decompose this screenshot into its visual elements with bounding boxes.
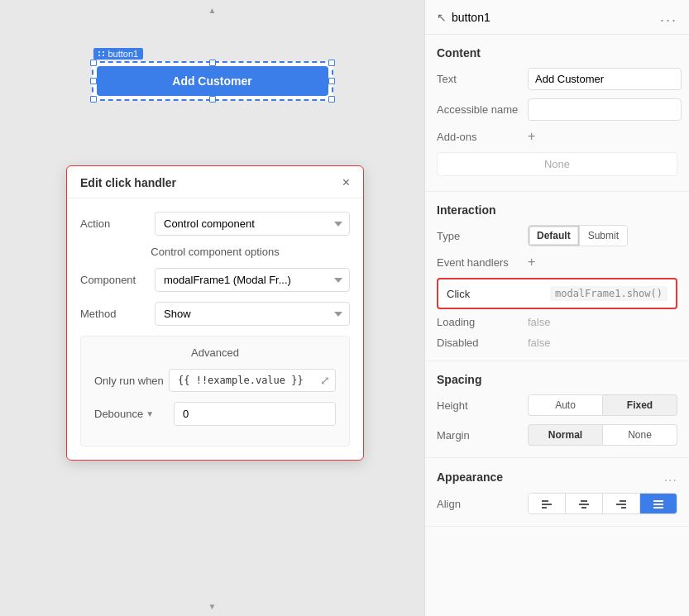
margin-row: Margin Normal None bbox=[437, 424, 677, 446]
event-type-label: Click bbox=[447, 288, 470, 300]
scroll-up-arrow[interactable]: ▲ bbox=[206, 3, 219, 17]
text-label: Text bbox=[437, 73, 528, 85]
svg-rect-8 bbox=[621, 507, 626, 509]
svg-rect-5 bbox=[581, 507, 586, 509]
height-btn-group: Auto Fixed bbox=[528, 394, 677, 416]
spacing-section: Spacing Height Auto Fixed Margin Normal … bbox=[425, 361, 689, 458]
content-section: Content Text Accessible name Add-ons + N… bbox=[425, 35, 689, 192]
addons-plus[interactable]: + bbox=[528, 129, 535, 144]
margin-label: Margin bbox=[437, 429, 528, 442]
svg-rect-3 bbox=[581, 500, 587, 502]
svg-rect-4 bbox=[579, 504, 589, 505]
align-center-button[interactable] bbox=[566, 494, 603, 513]
svg-rect-1 bbox=[542, 504, 552, 505]
component-options-title: Control component options bbox=[80, 246, 350, 258]
align-btn-group bbox=[528, 493, 677, 514]
svg-rect-0 bbox=[542, 500, 548, 502]
type-default-button[interactable]: Default bbox=[529, 226, 580, 246]
modal-body: Action Control component Control compone… bbox=[67, 198, 363, 460]
align-right-button[interactable] bbox=[603, 494, 640, 513]
handle-tl[interactable] bbox=[90, 60, 97, 66]
event-code-value: modalFrame1.show() bbox=[550, 286, 667, 301]
align-row: Align bbox=[437, 493, 677, 514]
advanced-title: Advanced bbox=[94, 346, 336, 359]
spacing-section-title: Spacing bbox=[437, 373, 677, 386]
event-handlers-plus[interactable]: + bbox=[528, 255, 535, 270]
svg-rect-7 bbox=[616, 504, 626, 505]
loading-row: Loading false bbox=[437, 316, 677, 328]
scroll-top: ▲ bbox=[0, 0, 424, 20]
handle-bm[interactable] bbox=[209, 96, 216, 103]
align-label: Align bbox=[437, 498, 528, 510]
modal-close-button[interactable]: × bbox=[342, 176, 350, 189]
debounce-input[interactable] bbox=[174, 402, 336, 426]
appearance-section-title: Appearance bbox=[437, 470, 503, 484]
align-left-icon bbox=[541, 498, 553, 509]
button-widget: button1 Add Customer bbox=[92, 61, 333, 101]
scroll-down-arrow[interactable]: ▼ bbox=[206, 599, 219, 613]
type-row: Type Default Submit bbox=[437, 225, 677, 246]
component-row: Component modalFrame1 (Modal Fr...) bbox=[80, 268, 350, 292]
panel-header: ↖ button1 ... bbox=[425, 0, 689, 35]
modal-header: Edit click handler × bbox=[67, 166, 363, 198]
handle-br[interactable] bbox=[328, 96, 335, 103]
margin-none-button[interactable]: None bbox=[603, 424, 677, 446]
addons-none-placeholder: None bbox=[544, 158, 570, 170]
only-run-row: Only run when ⤢ bbox=[94, 369, 336, 392]
event-handlers-row: Event handlers + bbox=[437, 255, 677, 270]
action-label: Action bbox=[80, 217, 155, 230]
content-section-title: Content bbox=[437, 46, 677, 60]
right-panel: ↖ button1 ... Content Text Accessible na… bbox=[424, 0, 689, 616]
margin-normal-button[interactable]: Normal bbox=[528, 424, 603, 446]
only-run-label: Only run when bbox=[94, 375, 169, 387]
interaction-section-title: Interaction bbox=[437, 203, 677, 217]
align-stretch-icon bbox=[653, 498, 664, 509]
add-customer-button[interactable]: Add Customer bbox=[97, 66, 328, 96]
click-event-handler[interactable]: Click modalFrame1.show() bbox=[437, 278, 677, 309]
svg-rect-11 bbox=[653, 507, 663, 509]
height-row: Height Auto Fixed bbox=[437, 394, 677, 416]
edit-click-handler-modal: Edit click handler × Action Control comp… bbox=[66, 165, 364, 461]
margin-btn-group: Normal None bbox=[528, 424, 677, 446]
accessible-name-input[interactable] bbox=[528, 98, 682, 121]
disabled-value: false bbox=[528, 337, 550, 349]
text-property-row: Text bbox=[437, 68, 677, 90]
component-select[interactable]: modalFrame1 (Modal Fr...) bbox=[155, 268, 350, 292]
method-select[interactable]: Show bbox=[155, 302, 350, 326]
component-name-label: button1 bbox=[452, 11, 490, 24]
appearance-section-header: Appearance ... bbox=[437, 470, 677, 485]
handle-bl[interactable] bbox=[90, 96, 97, 103]
only-run-input-wrapper: ⤢ bbox=[169, 369, 336, 392]
addons-label: Add-ons bbox=[437, 131, 528, 143]
component-label: Component bbox=[80, 274, 155, 286]
handle-ml[interactable] bbox=[90, 78, 97, 84]
align-left-button[interactable] bbox=[529, 494, 566, 513]
handle-tm[interactable] bbox=[209, 60, 216, 66]
text-input[interactable] bbox=[528, 68, 682, 90]
align-stretch-button[interactable] bbox=[640, 494, 677, 513]
height-auto-button[interactable]: Auto bbox=[528, 394, 603, 416]
svg-rect-6 bbox=[620, 500, 626, 502]
widget-label: button1 bbox=[93, 48, 144, 60]
expand-icon[interactable]: ⤢ bbox=[320, 374, 330, 387]
action-select[interactable]: Control component bbox=[155, 212, 350, 236]
accessible-name-row: Accessible name bbox=[437, 98, 677, 121]
scroll-bottom: ▼ bbox=[0, 596, 424, 616]
height-fixed-button[interactable]: Fixed bbox=[603, 394, 677, 416]
debounce-arrow-icon: ▼ bbox=[146, 409, 154, 418]
panel-more-button[interactable]: ... bbox=[660, 8, 677, 26]
loading-value: false bbox=[528, 316, 550, 328]
cursor-icon: ↖ bbox=[437, 11, 447, 24]
addons-row: Add-ons + bbox=[437, 129, 677, 144]
handle-mr[interactable] bbox=[328, 78, 335, 84]
disabled-label: Disabled bbox=[437, 337, 528, 349]
disabled-row: Disabled false bbox=[437, 337, 677, 349]
type-submit-button[interactable]: Submit bbox=[580, 226, 627, 246]
height-label: Height bbox=[437, 399, 528, 412]
handle-tr[interactable] bbox=[328, 60, 335, 66]
appearance-more-button[interactable]: ... bbox=[664, 470, 677, 485]
only-run-input[interactable] bbox=[175, 370, 320, 391]
event-handlers-label: Event handlers bbox=[437, 256, 528, 269]
svg-rect-9 bbox=[653, 500, 663, 502]
type-label: Type bbox=[437, 230, 528, 242]
